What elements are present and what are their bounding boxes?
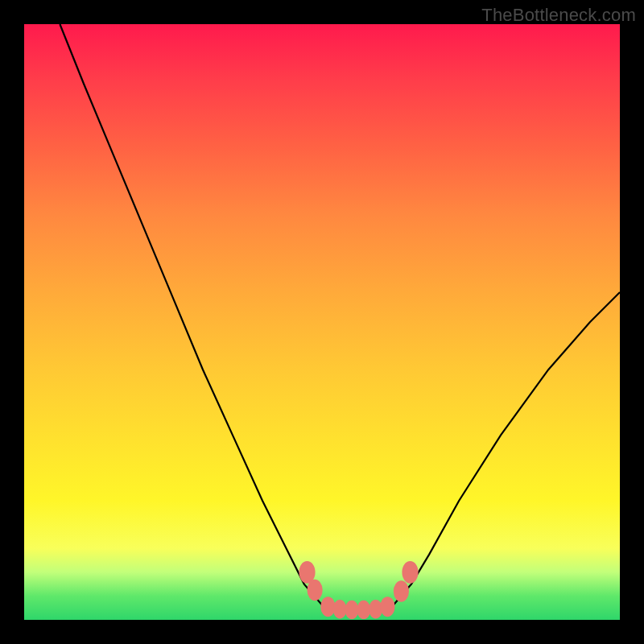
data-marker — [380, 597, 394, 617]
data-marker — [320, 597, 335, 617]
data-marker — [333, 600, 347, 618]
watermark-text: TheBottleneck.com — [481, 5, 636, 26]
data-marker — [308, 580, 323, 601]
data-marker — [394, 580, 409, 601]
marker-group — [299, 561, 418, 619]
data-marker — [345, 601, 359, 619]
bottleneck-curve — [60, 24, 620, 610]
data-marker — [402, 561, 418, 584]
data-marker — [357, 601, 370, 619]
data-marker — [369, 600, 382, 618]
chart-svg — [24, 24, 620, 620]
